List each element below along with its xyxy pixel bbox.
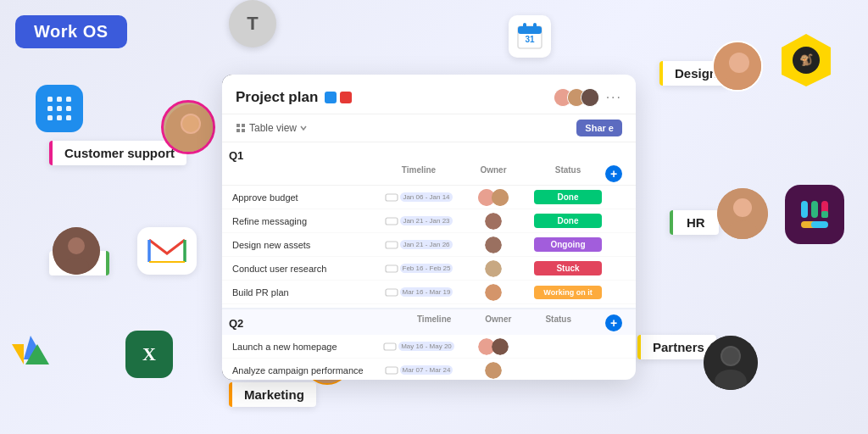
svg-rect-2 (523, 23, 526, 30)
avatar-partners (704, 336, 758, 390)
q2-col-owner: Owner (485, 314, 511, 331)
svg-rect-61 (386, 218, 398, 225)
task-owner (456, 236, 531, 253)
table-row: Refine messaging Jan 21 - Jan 23 Done (222, 209, 636, 233)
task-owner (456, 189, 531, 206)
table-row: Conduct user research Feb 16 - Feb 25 St… (222, 257, 636, 281)
svg-rect-5 (47, 97, 53, 102)
task-date: Mar 16 - Mar 19 (400, 287, 453, 297)
svg-point-66 (485, 260, 502, 277)
task-status: Done (534, 190, 602, 204)
excel-icon: X (125, 331, 173, 378)
svg-point-19 (68, 237, 85, 254)
q1-header: Q1 (222, 142, 636, 165)
intercom-icon (36, 85, 83, 132)
svg-rect-72 (386, 367, 398, 374)
svg-rect-54 (236, 124, 240, 127)
task-name: Approve budget (229, 192, 381, 203)
q2-header: Q2 Timeline Owner Status + (222, 308, 636, 335)
add-task-button[interactable]: + (605, 165, 622, 182)
svg-point-60 (492, 189, 509, 206)
svg-rect-3 (533, 23, 537, 30)
svg-point-73 (485, 362, 502, 379)
task-date: Jan 21 - Jan 26 (400, 240, 452, 249)
panel-header: Project plan ··· (222, 88, 636, 114)
svg-point-64 (485, 236, 502, 253)
task-status: Done (534, 214, 602, 228)
task-status: Ongoing (534, 237, 602, 252)
svg-rect-45 (811, 221, 828, 228)
svg-point-20 (64, 258, 89, 275)
col-add: + (605, 165, 629, 182)
project-panel: Project plan ··· T (222, 75, 636, 380)
svg-point-53 (581, 89, 599, 107)
title-icon-blue (325, 92, 337, 103)
table-view-label: Table view (249, 122, 297, 134)
title-icons (325, 92, 352, 103)
svg-rect-6 (57, 97, 62, 102)
table-row: Approve budget Jan 06 - Jan 14 Done (222, 186, 636, 209)
svg-rect-67 (386, 289, 398, 296)
col-task (229, 165, 381, 182)
mailchimp-icon: 🐒 (778, 32, 834, 88)
svg-rect-7 (66, 97, 71, 102)
task-name: Refine messaging (229, 216, 381, 226)
customer-support-label: Customer support (49, 141, 186, 165)
svg-rect-55 (242, 124, 245, 127)
svg-rect-41 (801, 201, 808, 218)
task-status: Working on it (534, 286, 602, 299)
table-row: Launch a new homepage May 16 - May 20 (222, 335, 636, 359)
title-icon-red (340, 92, 352, 103)
excel-letter: X (142, 343, 156, 365)
gmail-icon (137, 227, 197, 275)
svg-rect-13 (66, 115, 71, 120)
t-avatar-circle: T (229, 0, 276, 47)
svg-marker-26 (12, 344, 24, 364)
col-status: Status (531, 165, 605, 182)
q2-title: Q2 (229, 317, 243, 330)
task-date: Jan 06 - Jan 14 (400, 192, 452, 202)
task-name: Launch a new homepage (229, 342, 381, 352)
q2-col-status: Status (545, 314, 571, 331)
avatar-mini-3 (581, 88, 599, 107)
svg-point-71 (492, 338, 509, 355)
avatar-design (712, 41, 763, 92)
svg-point-62 (485, 213, 502, 230)
table-row: Analyze campaign performance Mar 07 - Ma… (222, 359, 636, 380)
col-owner: Owner (456, 165, 531, 182)
table-view-button[interactable]: Table view (236, 122, 307, 134)
share-button[interactable]: Shar e (576, 120, 622, 136)
svg-rect-69 (384, 343, 396, 350)
panel-header-right: ··· (554, 88, 622, 107)
task-status: Stuck (534, 261, 602, 275)
marketing-label: Marketing (229, 382, 316, 407)
more-options-button[interactable]: ··· (606, 90, 622, 105)
q2-col-timeline: Timeline (417, 314, 451, 331)
task-name: Analyze campaign performance (229, 365, 381, 376)
svg-rect-11 (47, 115, 53, 120)
svg-rect-8 (47, 106, 53, 111)
task-date: May 16 - May 20 (398, 342, 454, 351)
task-date: Jan 21 - Jan 23 (400, 216, 452, 225)
task-name: Design new assets (229, 240, 381, 250)
svg-rect-46 (821, 211, 828, 218)
avatar-customer-support (161, 100, 215, 154)
panel-body: Q1 Timeline Owner Status + Approve budge… (222, 142, 636, 380)
task-owner (456, 284, 531, 301)
svg-rect-58 (386, 194, 398, 201)
avatar-hr (717, 188, 768, 239)
svg-point-68 (485, 284, 502, 301)
task-name: Conduct user research (229, 264, 381, 274)
svg-rect-65 (386, 265, 398, 272)
panel-title: Project plan (236, 89, 352, 106)
table-row: Build PR plan Mar 16 - Mar 19 Working on… (222, 281, 636, 304)
avatar-stack (554, 88, 599, 107)
work-os-badge: Work OS (15, 15, 127, 48)
svg-rect-9 (57, 106, 62, 111)
svg-point-33 (729, 53, 749, 73)
table-row: Design new assets Jan 21 - Jan 26 Ongoin… (222, 233, 636, 257)
svg-rect-10 (66, 106, 71, 111)
svg-rect-12 (57, 115, 62, 120)
add-q2-task-button[interactable]: + (605, 314, 622, 331)
title-text: Project plan (236, 89, 318, 106)
